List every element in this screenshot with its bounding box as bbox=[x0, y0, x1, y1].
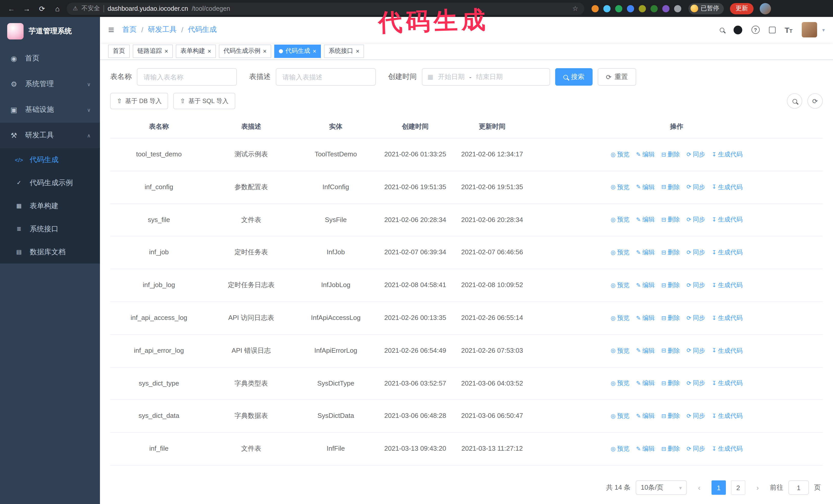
prev-page-button[interactable]: ‹ bbox=[692, 480, 706, 495]
tab-tracing[interactable]: 链路追踪 × bbox=[133, 44, 173, 58]
import-db-button[interactable]: ⇧ 基于 DB 导入 bbox=[110, 93, 168, 109]
close-icon[interactable]: × bbox=[165, 48, 168, 54]
generate-action[interactable]: ↧生成代码 bbox=[712, 248, 742, 257]
edit-action[interactable]: ✎编辑 bbox=[636, 281, 654, 290]
edit-action[interactable]: ✎编辑 bbox=[636, 150, 654, 160]
tab-home[interactable]: 首页 bbox=[108, 44, 130, 58]
edit-action[interactable]: ✎编辑 bbox=[636, 215, 654, 225]
extension-icon[interactable] bbox=[603, 5, 611, 12]
generate-action[interactable]: ↧生成代码 bbox=[712, 150, 742, 160]
update-browser-button[interactable]: 更新 bbox=[730, 3, 754, 14]
generate-action[interactable]: ↧生成代码 bbox=[712, 444, 742, 454]
sync-action[interactable]: ⟳同步 bbox=[687, 281, 705, 290]
sync-action[interactable]: ⟳同步 bbox=[687, 444, 705, 454]
sidebar-item-system[interactable]: ⚙ 系统管理 ∨ bbox=[0, 71, 100, 97]
back-icon[interactable]: ← bbox=[5, 2, 18, 15]
browser-avatar[interactable] bbox=[760, 3, 771, 14]
sidebar-item-infrastructure[interactable]: ▣ 基础设施 ∨ bbox=[0, 97, 100, 123]
tab-codegen[interactable]: 代码生成 × bbox=[274, 44, 321, 58]
close-icon[interactable]: × bbox=[208, 48, 211, 54]
preview-action[interactable]: ◎预览 bbox=[611, 182, 629, 192]
sidebar-item-home[interactable]: ◉ 首页 bbox=[0, 46, 100, 71]
delete-action[interactable]: ⊟删除 bbox=[661, 379, 680, 388]
tab-codegen-example[interactable]: 代码生成示例 × bbox=[219, 44, 271, 58]
github-icon[interactable] bbox=[733, 25, 742, 34]
extension-icon[interactable] bbox=[627, 5, 634, 12]
extension-icon[interactable] bbox=[650, 5, 658, 12]
preview-action[interactable]: ◎预览 bbox=[611, 281, 629, 290]
generate-action[interactable]: ↧生成代码 bbox=[712, 281, 742, 290]
sync-action[interactable]: ⟳同步 bbox=[687, 150, 705, 160]
delete-action[interactable]: ⊟删除 bbox=[661, 215, 680, 225]
sync-action[interactable]: ⟳同步 bbox=[687, 248, 705, 257]
sync-action[interactable]: ⟳同步 bbox=[687, 215, 705, 225]
edit-action[interactable]: ✎编辑 bbox=[636, 379, 654, 388]
preview-action[interactable]: ◎预览 bbox=[611, 346, 629, 356]
preview-action[interactable]: ◎预览 bbox=[611, 444, 629, 454]
sidebar-item-form-builder[interactable]: ▦ 表单构建 bbox=[0, 194, 100, 217]
table-desc-input[interactable] bbox=[276, 68, 376, 86]
sync-action[interactable]: ⟳同步 bbox=[687, 411, 705, 421]
generate-action[interactable]: ↧生成代码 bbox=[712, 411, 742, 421]
extension-icon[interactable] bbox=[639, 5, 646, 12]
sync-action[interactable]: ⟳同步 bbox=[687, 346, 705, 356]
sync-action[interactable]: ⟳同步 bbox=[687, 379, 705, 388]
extension-icon[interactable] bbox=[592, 5, 599, 12]
puzzle-icon[interactable] bbox=[674, 5, 681, 12]
fullscreen-icon[interactable] bbox=[769, 26, 775, 33]
sync-paused-badge[interactable]: 已暂停 bbox=[688, 3, 724, 14]
edit-action[interactable]: ✎编辑 bbox=[636, 346, 654, 356]
sync-action[interactable]: ⟳同步 bbox=[687, 313, 705, 323]
tab-form-builder[interactable]: 表单构建 × bbox=[176, 44, 216, 58]
edit-action[interactable]: ✎编辑 bbox=[636, 182, 654, 192]
sidebar-item-codegen[interactable]: </> 代码生成 bbox=[0, 148, 100, 171]
extension-icon[interactable] bbox=[615, 5, 622, 12]
delete-action[interactable]: ⊟删除 bbox=[661, 444, 680, 454]
preview-action[interactable]: ◎预览 bbox=[611, 379, 629, 388]
sidebar-item-dev-tools[interactable]: ⚒ 研发工具 ∧ bbox=[0, 123, 100, 148]
page-number-1[interactable]: 1 bbox=[712, 480, 726, 495]
next-page-button[interactable]: › bbox=[751, 480, 765, 495]
toggle-search-button[interactable] bbox=[787, 93, 802, 109]
sidebar-item-db-doc[interactable]: ▤ 数据库文档 bbox=[0, 240, 100, 264]
generate-action[interactable]: ↧生成代码 bbox=[712, 313, 742, 323]
preview-action[interactable]: ◎预览 bbox=[611, 411, 629, 421]
preview-action[interactable]: ◎预览 bbox=[611, 150, 629, 160]
sidebar-item-api[interactable]: ≣ 系统接口 bbox=[0, 217, 100, 240]
breadcrumb-dev-tools[interactable]: 研发工具 bbox=[148, 25, 176, 34]
page-number-2[interactable]: 2 bbox=[731, 480, 745, 495]
avatar[interactable] bbox=[802, 22, 817, 38]
font-size-icon[interactable]: TT bbox=[785, 26, 792, 33]
preview-action[interactable]: ◎预览 bbox=[611, 215, 629, 225]
sync-action[interactable]: ⟳同步 bbox=[687, 182, 705, 192]
close-icon[interactable]: × bbox=[263, 48, 266, 54]
breadcrumb-home[interactable]: 首页 bbox=[122, 25, 137, 34]
edit-action[interactable]: ✎编辑 bbox=[636, 248, 654, 257]
reload-icon[interactable]: ⟳ bbox=[36, 2, 48, 15]
search-icon[interactable] bbox=[719, 27, 724, 32]
search-button[interactable]: 搜索 bbox=[555, 68, 593, 86]
refresh-table-button[interactable]: ⟳ bbox=[807, 93, 823, 109]
preview-action[interactable]: ◎预览 bbox=[611, 313, 629, 323]
edit-action[interactable]: ✎编辑 bbox=[636, 313, 654, 323]
home-icon[interactable]: ⌂ bbox=[51, 2, 64, 15]
extension-icon[interactable] bbox=[662, 5, 669, 12]
generate-action[interactable]: ↧生成代码 bbox=[712, 379, 742, 388]
generate-action[interactable]: ↧生成代码 bbox=[712, 182, 742, 192]
close-icon[interactable]: × bbox=[313, 48, 316, 54]
delete-action[interactable]: ⊟删除 bbox=[661, 182, 680, 192]
address-bar[interactable]: ⚠ 不安全 dashboard.yudao.iocoder.cn/tool/co… bbox=[67, 2, 585, 15]
delete-action[interactable]: ⊟删除 bbox=[661, 150, 680, 160]
reset-button[interactable]: ⟳ 重置 bbox=[598, 68, 636, 86]
sidebar-item-codegen-example[interactable]: ✓ 代码生成示例 bbox=[0, 171, 100, 194]
forward-icon[interactable]: → bbox=[21, 2, 33, 15]
tab-api[interactable]: 系统接口 × bbox=[324, 44, 364, 58]
preview-action[interactable]: ◎预览 bbox=[611, 248, 629, 257]
bookmark-star-icon[interactable]: ☆ bbox=[572, 5, 578, 12]
delete-action[interactable]: ⊟删除 bbox=[661, 313, 680, 323]
delete-action[interactable]: ⊟删除 bbox=[661, 281, 680, 290]
date-range-picker[interactable]: ▦ 开始日期 - 结束日期 bbox=[422, 68, 550, 86]
caret-down-icon[interactable]: ▾ bbox=[822, 27, 825, 32]
close-icon[interactable]: × bbox=[356, 48, 359, 54]
help-icon[interactable]: ? bbox=[751, 26, 759, 34]
